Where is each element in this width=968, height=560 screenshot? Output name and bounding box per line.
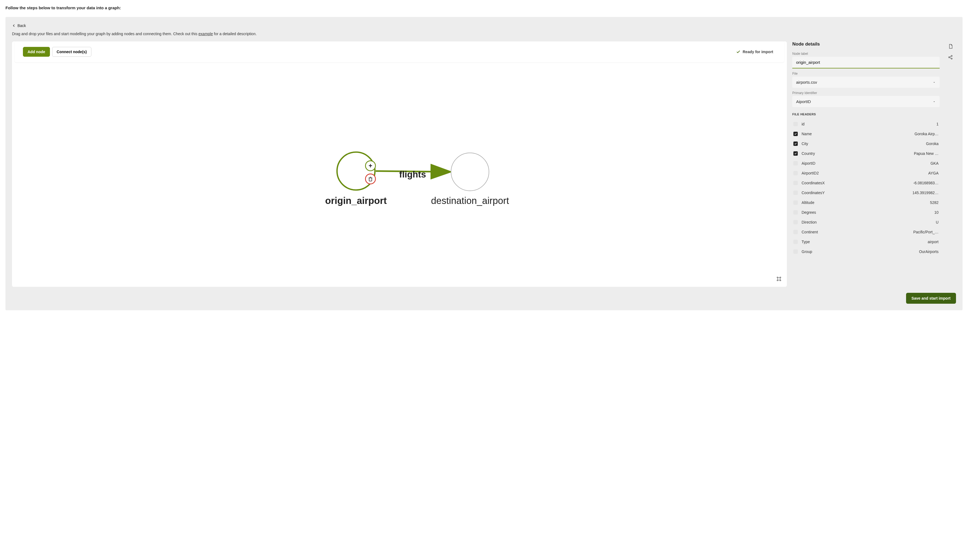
header-checkbox[interactable] xyxy=(793,220,798,225)
header-name: Continent xyxy=(802,230,818,234)
header-value: Goroka Airp… xyxy=(915,132,938,136)
helper-suffix: for a detailed description. xyxy=(213,31,257,36)
svg-line-8 xyxy=(950,56,951,57)
header-value: -6.08168983… xyxy=(913,181,938,185)
header-row: id1 xyxy=(792,119,940,129)
header-row: AiportIDGKA xyxy=(792,159,940,168)
node-label-caption: Node label xyxy=(792,52,940,56)
header-checkbox[interactable] xyxy=(793,191,798,195)
node-label-input[interactable] xyxy=(792,57,940,68)
header-name: City xyxy=(802,142,808,146)
header-checkbox[interactable] xyxy=(793,171,798,175)
side-icon-rail xyxy=(945,41,956,287)
header-checkbox[interactable] xyxy=(793,230,798,234)
header-row: CoordinatesY145.3919982… xyxy=(792,188,940,198)
header-value: U xyxy=(936,220,938,225)
header-row: AirportID2AYGA xyxy=(792,168,940,178)
share-icon[interactable] xyxy=(948,55,953,60)
header-row: CountryPapua New … xyxy=(792,149,940,159)
workspace: Add node Connect node(s) Ready for impor… xyxy=(12,41,956,287)
header-value: 145.3919982… xyxy=(912,191,938,195)
file-headers-list: id1NameGoroka Airp…CityGorokaCountryPapu… xyxy=(792,119,940,256)
header-row: CoordinatesX-6.08168983… xyxy=(792,178,940,188)
node-details-panel: Node details Node label File airports.cs… xyxy=(792,41,940,287)
header-name: Degrees xyxy=(802,210,816,215)
header-name: Name xyxy=(802,132,812,136)
connect-nodes-button[interactable]: Connect node(s) xyxy=(52,47,91,57)
header-checkbox[interactable] xyxy=(793,181,798,185)
page-title: Follow the steps below to transform your… xyxy=(5,5,963,10)
header-value: OurAirports xyxy=(919,249,938,254)
plus-icon: + xyxy=(369,162,373,169)
file-select[interactable]: airports.csv xyxy=(792,77,940,88)
arrow-left-icon xyxy=(12,24,16,28)
add-node-button[interactable]: Add node xyxy=(23,47,50,57)
node-destination[interactable] xyxy=(451,153,489,191)
canvas-panel: Add node Connect node(s) Ready for impor… xyxy=(12,41,787,287)
header-row: GroupOurAirports xyxy=(792,247,940,256)
node-origin[interactable] xyxy=(337,152,375,190)
svg-line-9 xyxy=(950,58,951,58)
helper-prefix: Drag and drop your files and start model… xyxy=(12,31,198,36)
header-checkbox[interactable] xyxy=(793,200,798,205)
header-value: GKA xyxy=(930,161,938,165)
header-value: Pacific/Port_… xyxy=(913,230,938,234)
destination-label: destination_airport xyxy=(431,195,509,206)
ready-indicator: Ready for import xyxy=(736,50,773,54)
check-icon xyxy=(736,50,741,54)
header-name: Direction xyxy=(802,220,817,225)
chevron-down-icon xyxy=(933,81,936,84)
details-title: Node details xyxy=(792,41,940,47)
back-button[interactable]: Back xyxy=(12,23,26,28)
ready-label: Ready for import xyxy=(743,50,773,54)
header-name: CoordinatesY xyxy=(802,191,825,195)
example-link[interactable]: example xyxy=(198,31,213,36)
header-row: Typeairport xyxy=(792,237,940,247)
header-value: AYGA xyxy=(928,171,938,175)
header-checkbox[interactable] xyxy=(793,142,798,146)
chevron-down-icon xyxy=(933,100,936,103)
delete-badge[interactable] xyxy=(366,174,376,184)
helper-text: Drag and drop your files and start model… xyxy=(12,31,956,36)
header-row: Degrees10 xyxy=(792,208,940,217)
fit-view-button[interactable] xyxy=(776,276,781,281)
file-value: airports.csv xyxy=(796,80,817,84)
header-name: CoordinatesX xyxy=(802,181,825,185)
header-value: 5282 xyxy=(930,200,938,205)
file-headers-heading: FILE HEADERS xyxy=(792,112,940,116)
header-name: AirportID2 xyxy=(802,171,819,175)
header-value: 10 xyxy=(934,210,938,215)
header-row: Altitude5282 xyxy=(792,198,940,208)
header-checkbox[interactable] xyxy=(793,240,798,244)
document-icon[interactable] xyxy=(948,44,953,49)
header-checkbox[interactable] xyxy=(793,151,798,156)
header-checkbox[interactable] xyxy=(793,122,798,126)
header-value: Papua New … xyxy=(914,151,938,156)
origin-label: origin_airport xyxy=(325,195,387,206)
main-panel: Back Drag and drop your files and start … xyxy=(5,17,963,310)
header-row: ContinentPacific/Port_… xyxy=(792,227,940,237)
header-name: id xyxy=(802,122,805,126)
header-row: DirectionU xyxy=(792,217,940,227)
header-row: CityGoroka xyxy=(792,139,940,149)
header-name: Altitude xyxy=(802,200,814,205)
header-checkbox[interactable] xyxy=(793,249,798,254)
primary-id-value: AiportID xyxy=(796,99,811,104)
primary-id-select[interactable]: AiportID xyxy=(792,96,940,107)
header-value: Goroka xyxy=(926,142,938,146)
footer-bar: Save and start import xyxy=(12,293,956,304)
file-caption: File xyxy=(792,72,940,76)
graph-canvas[interactable]: + flights origin_airport dest xyxy=(12,61,787,287)
header-checkbox[interactable] xyxy=(793,210,798,215)
header-checkbox[interactable] xyxy=(793,132,798,136)
edge-label: flights xyxy=(399,169,426,179)
header-name: Group xyxy=(802,249,812,254)
back-label: Back xyxy=(17,23,26,28)
header-name: Type xyxy=(802,240,810,244)
canvas-toolbar: Add node Connect node(s) Ready for impor… xyxy=(15,41,784,63)
header-row: NameGoroka Airp… xyxy=(792,129,940,139)
header-checkbox[interactable] xyxy=(793,161,798,165)
save-start-import-button[interactable]: Save and start import xyxy=(906,293,956,304)
header-name: AiportID xyxy=(802,161,816,165)
header-name: Country xyxy=(802,151,815,156)
